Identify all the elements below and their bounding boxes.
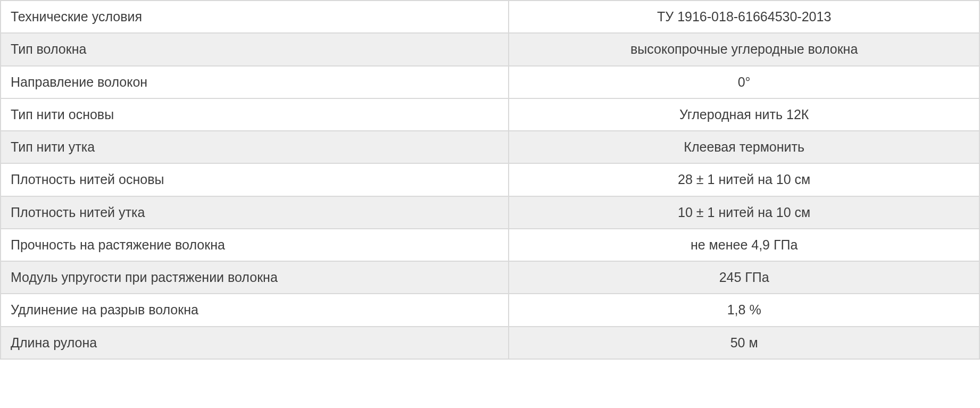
- spec-label: Плотность нитей утка: [1, 196, 509, 229]
- table-row: Тип нити утка Клеевая термонить: [1, 131, 979, 163]
- table-row: Модуль упругости при растяжении волокна …: [1, 261, 979, 294]
- spec-label: Тип нити утка: [1, 131, 509, 163]
- spec-label: Тип волокна: [1, 33, 509, 65]
- spec-value: 1,8 %: [509, 294, 979, 326]
- table-row: Плотность нитей утка 10 ± 1 нитей на 10 …: [1, 196, 979, 229]
- spec-value: высокопрочные углеродные волокна: [509, 33, 979, 65]
- spec-label: Прочность на растяжение волокна: [1, 229, 509, 261]
- spec-value: 245 ГПа: [509, 261, 979, 294]
- spec-label: Технические условия: [1, 1, 509, 33]
- spec-table-body: Технические условия ТУ 1916-018-61664530…: [1, 1, 979, 359]
- spec-value: не менее 4,9 ГПа: [509, 229, 979, 261]
- spec-table: Технические условия ТУ 1916-018-61664530…: [0, 0, 980, 360]
- spec-value: 28 ± 1 нитей на 10 см: [509, 163, 979, 196]
- table-row: Тип волокна высокопрочные углеродные вол…: [1, 33, 979, 65]
- spec-value: Углеродная нить 12К: [509, 98, 979, 131]
- spec-value: Клеевая термонить: [509, 131, 979, 163]
- spec-label: Плотность нитей основы: [1, 163, 509, 196]
- table-row: Технические условия ТУ 1916-018-61664530…: [1, 1, 979, 33]
- spec-value: 50 м: [509, 327, 979, 359]
- spec-value: 10 ± 1 нитей на 10 см: [509, 196, 979, 229]
- table-row: Удлинение на разрыв волокна 1,8 %: [1, 294, 979, 326]
- spec-value: ТУ 1916-018-61664530-2013: [509, 1, 979, 33]
- spec-label: Длина рулона: [1, 327, 509, 359]
- spec-label: Модуль упругости при растяжении волокна: [1, 261, 509, 294]
- spec-label: Тип нити основы: [1, 98, 509, 131]
- table-row: Длина рулона 50 м: [1, 327, 979, 359]
- table-row: Тип нити основы Углеродная нить 12К: [1, 98, 979, 131]
- table-row: Прочность на растяжение волокна не менее…: [1, 229, 979, 261]
- spec-value: 0°: [509, 66, 979, 98]
- table-row: Плотность нитей основы 28 ± 1 нитей на 1…: [1, 163, 979, 196]
- spec-label: Удлинение на разрыв волокна: [1, 294, 509, 326]
- spec-label: Направление волокон: [1, 66, 509, 98]
- table-row: Направление волокон 0°: [1, 66, 979, 98]
